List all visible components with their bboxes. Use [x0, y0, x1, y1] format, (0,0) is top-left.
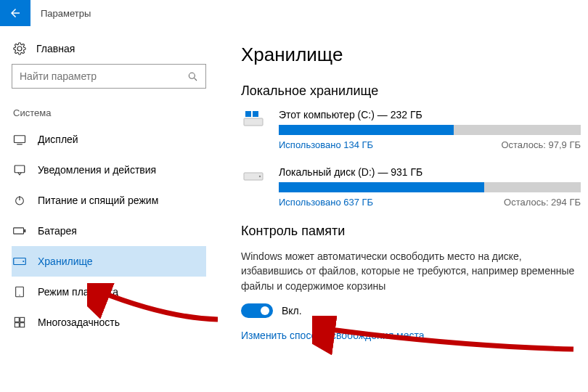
drive-c-title: Этот компьютер (C:) — 232 ГБ — [279, 109, 581, 121]
svg-rect-13 — [15, 317, 19, 322]
sidebar-item-label: Дисплей — [38, 134, 78, 145]
drive-d[interactable]: Локальный диск (D:) — 931 ГБ Использован… — [241, 166, 581, 208]
drive-c-free: Осталось: 97,9 ГБ — [501, 139, 581, 150]
svg-line-1 — [195, 78, 197, 81]
sidebar-item-storage[interactable]: Хранилище — [12, 246, 206, 277]
svg-rect-2 — [15, 136, 25, 143]
storage-icon — [13, 257, 26, 266]
svg-rect-18 — [245, 111, 251, 117]
arrow-left-icon — [9, 7, 22, 20]
home-link[interactable]: Главная — [12, 38, 206, 64]
page-title: Хранилище — [241, 44, 581, 66]
display-icon — [13, 134, 26, 145]
svg-rect-8 — [24, 229, 25, 232]
search-field[interactable] — [20, 70, 187, 82]
back-button[interactable] — [0, 0, 30, 26]
sidebar-item-notifications[interactable]: Уведомления и действия — [12, 155, 206, 185]
multitasking-icon — [13, 317, 26, 328]
sidebar: Главная Система Дисплей Уведомления и де… — [0, 33, 218, 341]
svg-point-21 — [259, 176, 261, 177]
sidebar-item-label: Батарея — [38, 225, 77, 237]
drive-d-free: Осталось: 294 ГБ — [504, 197, 581, 208]
sidebar-item-label: Многозадачность — [38, 317, 120, 328]
change-cleanup-link[interactable]: Изменить способ освобождения места — [241, 330, 581, 341]
sidebar-item-label: Хранилище — [38, 256, 93, 267]
power-icon — [13, 195, 26, 206]
svg-rect-4 — [15, 166, 25, 173]
drive-d-bar — [279, 182, 581, 192]
sidebar-item-tablet[interactable]: Режим планшета — [12, 277, 206, 307]
window-title: Параметры — [30, 8, 91, 19]
drive-d-icon — [241, 166, 266, 187]
gear-icon — [13, 42, 26, 55]
svg-rect-7 — [14, 228, 24, 234]
drive-c-icon — [241, 109, 266, 129]
drive-c-used: Использовано 134 ГБ — [279, 139, 373, 150]
tablet-icon — [13, 286, 26, 298]
main-content: Хранилище Локальное хранилище Этот компь… — [218, 33, 588, 341]
sidebar-item-label: Режим планшета — [38, 286, 118, 298]
section-label: Система — [12, 107, 206, 118]
search-input[interactable] — [12, 64, 206, 89]
svg-rect-14 — [20, 317, 25, 322]
drive-d-used: Использовано 637 ГБ — [279, 197, 373, 208]
svg-point-10 — [23, 261, 24, 262]
drive-c-bar — [279, 125, 581, 135]
svg-point-12 — [19, 295, 20, 295]
home-label: Главная — [36, 43, 75, 54]
svg-rect-19 — [253, 111, 258, 117]
svg-point-0 — [189, 73, 195, 78]
storage-sense-toggle[interactable] — [241, 303, 273, 318]
local-storage-title: Локальное хранилище — [241, 83, 581, 99]
toggle-label: Вкл. — [282, 305, 302, 317]
sidebar-item-power[interactable]: Питание и спящий режим — [12, 185, 206, 216]
drive-d-title: Локальный диск (D:) — 931 ГБ — [279, 166, 581, 178]
sidebar-item-battery[interactable]: Батарея — [12, 216, 206, 246]
window-header: Параметры — [0, 0, 588, 26]
sidebar-item-display[interactable]: Дисплей — [12, 124, 206, 155]
svg-rect-15 — [15, 323, 19, 327]
sidebar-item-label: Питание и спящий режим — [38, 195, 158, 206]
drive-c[interactable]: Этот компьютер (C:) — 232 ГБ Использован… — [241, 109, 581, 150]
storage-sense-title: Контроль памяти — [241, 224, 581, 239]
sidebar-item-label: Уведомления и действия — [38, 164, 156, 176]
search-icon — [187, 70, 198, 82]
battery-icon — [13, 226, 26, 235]
sidebar-item-multitasking[interactable]: Многозадачность — [12, 307, 206, 338]
svg-rect-17 — [244, 118, 263, 126]
notifications-icon — [13, 164, 26, 176]
storage-sense-desc: Windows может автоматически освободить м… — [241, 249, 581, 293]
svg-rect-16 — [20, 323, 25, 327]
